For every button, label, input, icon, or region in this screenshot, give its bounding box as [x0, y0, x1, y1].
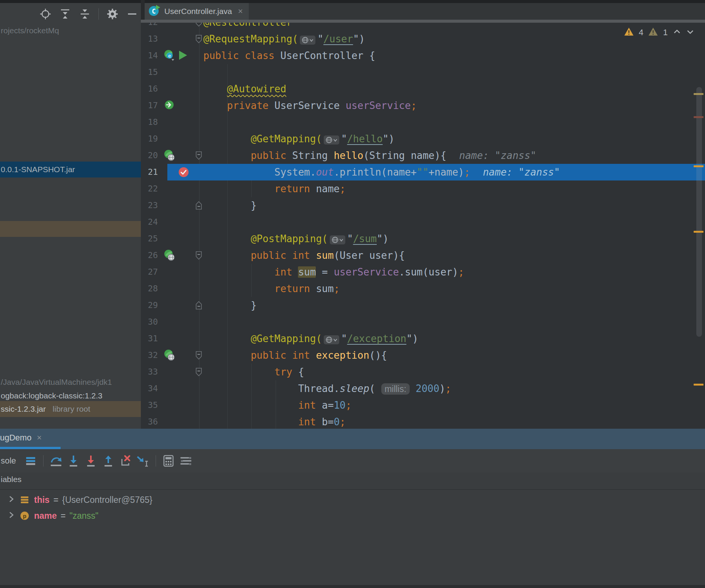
- code-text[interactable]: @GetMapping("/exception"): [203, 330, 418, 347]
- request-url-globe-pill[interactable]: [300, 36, 315, 45]
- code-text[interactable]: Thread.sleep( millis: 2000);: [203, 380, 451, 397]
- code-text[interactable]: public class UserController {: [203, 47, 375, 64]
- fold-marker[interactable]: [195, 23, 202, 28]
- debug-tab-close-icon[interactable]: ×: [37, 433, 42, 443]
- code-line-36[interactable]: 36int b=0;: [141, 414, 705, 429]
- code-line-33[interactable]: 33try {: [141, 364, 705, 380]
- code-text[interactable]: @GetMapping("/hello"): [203, 131, 395, 147]
- code-line-12[interactable]: 12@RestController: [141, 23, 705, 31]
- fold-marker[interactable]: [195, 34, 202, 45]
- request-url-globe-pill[interactable]: [330, 235, 345, 244]
- code-text[interactable]: public int exception(){: [203, 347, 387, 364]
- line-number[interactable]: 23: [141, 197, 158, 214]
- next-problem-chevron-icon[interactable]: [686, 28, 694, 37]
- line-number[interactable]: 22: [141, 180, 158, 197]
- project-row[interactable]: [0, 221, 141, 237]
- code-text[interactable]: try {: [203, 364, 304, 380]
- project-row[interactable]: ssic-1.2.3.jarlibrary root: [0, 401, 141, 417]
- line-number[interactable]: 18: [141, 114, 158, 131]
- code-text[interactable]: System.out.println(name+""+name);name: "…: [203, 164, 560, 180]
- line-number[interactable]: 16: [141, 81, 158, 97]
- line-number[interactable]: 26: [141, 247, 158, 264]
- code-line-21[interactable]: 21System.out.println(name+""+name);name:…: [141, 164, 705, 180]
- debug-session-tab[interactable]: ugDemo ×: [0, 429, 42, 447]
- hide-panel-icon[interactable]: [126, 8, 138, 20]
- locate-icon[interactable]: [39, 8, 51, 20]
- code-text[interactable]: int b=0;: [203, 414, 346, 429]
- spring-class-icon[interactable]: e: [164, 50, 176, 62]
- stripe-mark[interactable]: [694, 384, 703, 386]
- line-number[interactable]: 13: [141, 31, 158, 47]
- line-number[interactable]: 35: [141, 397, 158, 414]
- code-line-13[interactable]: 13@RequestMapping("/user"): [141, 31, 705, 47]
- fold-marker[interactable]: [195, 351, 202, 361]
- fold-marker[interactable]: [195, 151, 202, 162]
- code-text[interactable]: }: [203, 197, 257, 214]
- code-text[interactable]: @RequestMapping("/user"): [203, 31, 365, 47]
- request-url-globe-pill[interactable]: [324, 135, 339, 145]
- code-line-30[interactable]: 30: [141, 314, 705, 330]
- run-icon[interactable]: [178, 50, 190, 62]
- line-number[interactable]: 15: [141, 64, 158, 81]
- line-number[interactable]: 34: [141, 380, 158, 397]
- expand-all-icon[interactable]: [59, 8, 71, 20]
- line-number[interactable]: 27: [141, 264, 158, 280]
- code-text[interactable]: return sum;: [203, 280, 340, 297]
- line-number[interactable]: 32: [141, 347, 158, 364]
- project-row[interactable]: 0.0.1-SNAPSHOT.jar: [0, 162, 141, 177]
- code-line-15[interactable]: 15: [141, 64, 705, 81]
- force-step-into-icon[interactable]: [84, 454, 98, 468]
- view-frames-icon[interactable]: [23, 454, 38, 468]
- code-text[interactable]: public String hello(String name){name: "…: [203, 147, 536, 164]
- code-text[interactable]: @Autowired: [203, 81, 286, 97]
- bean-arrow-icon[interactable]: [164, 100, 176, 112]
- fold-marker[interactable]: [195, 301, 202, 311]
- code-line-24[interactable]: 24: [141, 214, 705, 230]
- line-number[interactable]: 36: [141, 414, 158, 429]
- editor-scrollbar-thumb[interactable]: [696, 87, 702, 337]
- line-number[interactable]: 19: [141, 131, 158, 147]
- variable-row-name[interactable]: pname="zanss": [0, 508, 705, 524]
- code-line-18[interactable]: 18: [141, 114, 705, 131]
- code-text[interactable]: @RestController: [203, 23, 292, 31]
- code-line-14[interactable]: 14epublic class UserController {: [141, 47, 705, 64]
- layout-settings-icon[interactable]: [179, 454, 193, 468]
- code-text[interactable]: int a=10;: [203, 397, 351, 414]
- line-number[interactable]: 17: [141, 97, 158, 114]
- line-number[interactable]: 28: [141, 280, 158, 297]
- code-text[interactable]: }: [203, 297, 257, 314]
- code-line-32[interactable]: 32public int exception(){: [141, 347, 705, 364]
- panel-editor-divider[interactable]: [141, 0, 145, 23]
- code-line-34[interactable]: 34Thread.sleep( millis: 2000);: [141, 380, 705, 397]
- step-over-icon[interactable]: [49, 454, 63, 468]
- line-number[interactable]: 12: [141, 23, 158, 31]
- evaluate-expression-icon[interactable]: [161, 454, 176, 468]
- tab-close-icon[interactable]: ×: [238, 6, 243, 16]
- code-line-27[interactable]: 27int sum = userService.sum(user);: [141, 264, 705, 280]
- stripe-mark[interactable]: [694, 231, 703, 233]
- code-text[interactable]: return name;: [203, 180, 346, 197]
- code-editor[interactable]: 12@RestController13@RequestMapping("/use…: [141, 23, 705, 429]
- step-out-icon[interactable]: [101, 454, 115, 468]
- mapping-icon[interactable]: [164, 349, 176, 361]
- line-number[interactable]: 14: [141, 47, 158, 64]
- prev-problem-chevron-icon[interactable]: [673, 28, 681, 37]
- breakpoint-icon[interactable]: [178, 166, 190, 178]
- code-line-31[interactable]: 31@GetMapping("/exception"): [141, 330, 705, 347]
- line-number[interactable]: 29: [141, 297, 158, 314]
- code-text[interactable]: int sum = userService.sum(user);: [203, 264, 464, 280]
- step-into-icon[interactable]: [66, 454, 81, 468]
- collapse-all-icon[interactable]: [79, 8, 91, 20]
- line-number[interactable]: 33: [141, 364, 158, 380]
- code-line-17[interactable]: 17private UserService userService;: [141, 97, 705, 114]
- line-number[interactable]: 24: [141, 214, 158, 230]
- code-line-28[interactable]: 28return sum;: [141, 280, 705, 297]
- code-line-26[interactable]: 26public int sum(User user){: [141, 247, 705, 264]
- code-line-20[interactable]: 20public String hello(String name){name:…: [141, 147, 705, 164]
- request-url-globe-pill[interactable]: [324, 335, 339, 344]
- code-line-22[interactable]: 22return name;: [141, 180, 705, 197]
- line-number[interactable]: 25: [141, 230, 158, 247]
- code-line-25[interactable]: 25@PostMapping("/sum"): [141, 230, 705, 247]
- line-number[interactable]: 31: [141, 330, 158, 347]
- drop-frame-icon[interactable]: [119, 454, 133, 468]
